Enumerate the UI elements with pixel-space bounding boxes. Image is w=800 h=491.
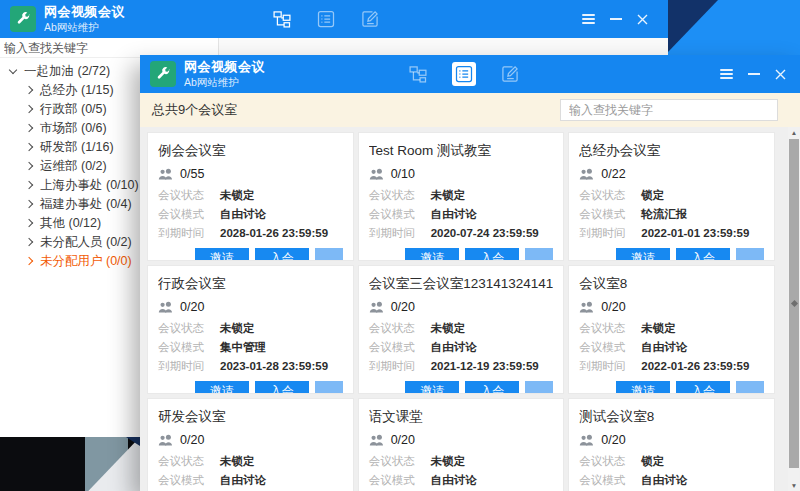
room-expire: 2022-01-01 23:59:59 <box>641 224 749 243</box>
close-icon[interactable] <box>637 14 648 25</box>
expire-label: 到期时间 <box>369 357 431 376</box>
toolbar <box>272 0 380 38</box>
room-occupancy: 0/20 <box>180 433 204 447</box>
chevron-right-icon[interactable] <box>25 162 33 170</box>
app-title-block: 网会视频会议 Ab网站维护 <box>44 5 125 33</box>
list-view-icon-selected[interactable] <box>452 62 476 86</box>
menu-icon[interactable] <box>720 67 733 81</box>
status-label: 会议状态 <box>158 452 220 471</box>
join-button[interactable]: 入会 <box>465 248 519 260</box>
org-chart-icon[interactable] <box>272 9 292 29</box>
members-icon <box>579 301 594 314</box>
more-button[interactable]: ... <box>525 248 553 260</box>
room-status: 未锁定 <box>220 452 255 471</box>
join-button[interactable]: 入会 <box>676 248 730 260</box>
close-icon[interactable] <box>775 69 786 80</box>
minimize-icon[interactable] <box>748 73 760 75</box>
room-mode-row: 会议模式 自由讨论 <box>158 471 343 490</box>
room-status: 锁定 <box>641 452 664 471</box>
edit-icon[interactable] <box>500 64 520 84</box>
more-button[interactable]: ... <box>525 381 553 393</box>
room-name: 行政会议室 <box>158 275 343 293</box>
room-status: 未锁定 <box>220 186 255 205</box>
more-button[interactable]: ... <box>315 381 343 393</box>
join-button[interactable]: 入会 <box>465 381 519 393</box>
invite-button[interactable]: 邀请 <box>405 248 459 260</box>
room-expire: 2028-01-26 23:59:59 <box>220 224 328 243</box>
room-search-input[interactable] <box>560 99 778 121</box>
tree-item-label: 其他 (0/12) <box>40 215 101 232</box>
room-mode-row: 会议模式 集中管理 <box>158 338 343 357</box>
summary-bar: 总共9个会议室 <box>140 93 800 127</box>
chevron-right-icon[interactable] <box>25 238 33 246</box>
status-label: 会议状态 <box>369 186 431 205</box>
room-mode: 集中管理 <box>220 338 266 357</box>
room-occupancy-row: 0/22 <box>579 167 764 181</box>
room-expire: 2020-07-24 23:59:59 <box>431 224 539 243</box>
chevron-right-icon[interactable] <box>25 86 33 94</box>
wrench-icon <box>155 66 172 83</box>
members-icon <box>369 301 384 314</box>
menu-icon[interactable] <box>582 12 595 26</box>
join-button[interactable]: 入会 <box>255 381 309 393</box>
room-name: 测试会议室8 <box>579 408 764 426</box>
chevron-right-icon[interactable] <box>25 257 33 265</box>
room-mode-row: 会议模式 轮流汇报 <box>579 205 764 224</box>
room-actions: 邀请 入会 ... <box>369 248 554 260</box>
room-occupancy: 0/20 <box>391 300 415 314</box>
join-button[interactable]: 入会 <box>255 248 309 260</box>
chevron-right-icon[interactable] <box>25 200 33 208</box>
invite-button[interactable]: 邀请 <box>195 381 249 393</box>
join-button[interactable]: 入会 <box>676 381 730 393</box>
tree-item-label: 未分配人员 (0/2) <box>40 234 132 251</box>
scrollbar-thumb[interactable] <box>789 139 799 468</box>
room-mode: 自由讨论 <box>220 471 266 490</box>
chevron-right-icon[interactable] <box>25 143 33 151</box>
edit-icon[interactable] <box>360 9 380 29</box>
meeting-room-card: 总经办会议室 0/22 会议状态 锁定 会议模式 轮流汇报 到期时间 2022-… <box>569 133 774 260</box>
chevron-right-icon[interactable] <box>25 219 33 227</box>
room-status-row: 会议状态 未锁定 <box>579 319 764 338</box>
room-expire-row: 到期时间 2028-01-26 23:59:59 <box>158 224 343 243</box>
app-title-block: 网会视频会议 Ab网站维护 <box>184 60 265 88</box>
status-label: 会议状态 <box>369 319 431 338</box>
more-button[interactable]: ... <box>315 248 343 260</box>
wallpaper-navy-triangle <box>668 0 718 52</box>
org-chart-icon[interactable] <box>408 64 428 84</box>
scroll-down-icon[interactable]: ▼ <box>788 480 800 491</box>
chevron-right-icon[interactable] <box>25 105 33 113</box>
background-titlebar: 网会视频会议 Ab网站维护 <box>0 0 668 38</box>
room-mode-row: 会议模式 自由讨论 <box>579 338 764 357</box>
invite-button[interactable]: 邀请 <box>616 381 670 393</box>
room-expire-row: 到期时间 2020-07-24 23:59:59 <box>369 224 554 243</box>
room-status-row: 会议状态 未锁定 <box>158 319 343 338</box>
expire-label: 到期时间 <box>579 224 641 243</box>
invite-button[interactable]: 邀请 <box>195 248 249 260</box>
vertical-scrollbar[interactable]: ▲ ▼ <box>788 127 800 491</box>
invite-button[interactable]: 邀请 <box>616 248 670 260</box>
list-view-icon[interactable] <box>316 9 336 29</box>
scroll-up-icon[interactable]: ▲ <box>788 127 800 138</box>
room-expire-row: 到期时间 2022-01-01 23:59:59 <box>579 224 764 243</box>
room-expire-row: 到期时间 2022-01-26 23:59:59 <box>579 357 764 376</box>
chevron-right-icon[interactable] <box>25 181 33 189</box>
room-occupancy-row: 0/20 <box>579 300 764 314</box>
room-status: 未锁定 <box>431 319 466 338</box>
room-occupancy-row: 0/20 <box>369 433 554 447</box>
room-expire-row: 到期时间 2023-01-28 23:59:59 <box>158 357 343 376</box>
room-occupancy-row: 0/55 <box>158 167 343 181</box>
room-status: 未锁定 <box>431 186 466 205</box>
chevron-down-icon[interactable] <box>9 65 17 73</box>
minimize-icon[interactable] <box>610 18 622 20</box>
app-title: 网会视频会议 <box>184 60 265 75</box>
chevron-right-icon[interactable] <box>25 124 33 132</box>
invite-button[interactable]: 邀请 <box>405 381 459 393</box>
more-button[interactable]: ... <box>736 248 764 260</box>
more-button[interactable]: ... <box>736 381 764 393</box>
room-occupancy: 0/55 <box>180 167 204 181</box>
room-occupancy: 0/20 <box>601 300 625 314</box>
status-label: 会议状态 <box>369 452 431 471</box>
room-mode: 自由讨论 <box>431 338 477 357</box>
app-logo <box>10 6 36 32</box>
room-name: 会议室三会议室123141324141三会... <box>369 275 554 293</box>
